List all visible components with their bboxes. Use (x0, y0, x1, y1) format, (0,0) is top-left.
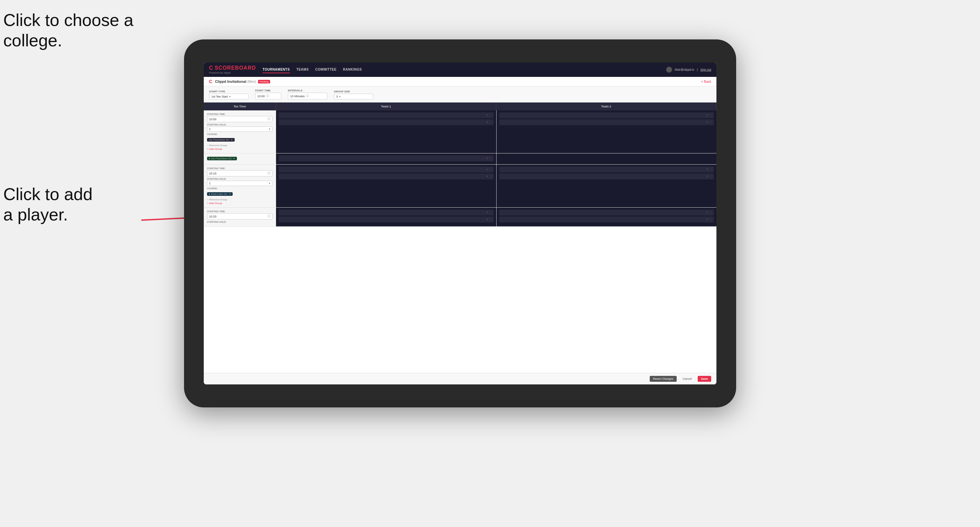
save-button[interactable]: Save (698, 376, 711, 382)
minus-icon: ○ (207, 144, 209, 147)
th-team1: Team 1 (276, 103, 496, 110)
nav-tabs: TOURNAMENTS TEAMS COMMITTEE RANKINGS (262, 67, 362, 73)
course-label-2: COURSE: (207, 187, 272, 190)
team1-column-1: ✕ ⋮ ✕ ⋮ (276, 110, 496, 153)
player-slot[interactable]: ✕ ⋮ (499, 173, 714, 179)
starting-time-label-1: STARTING TIME: (207, 113, 272, 115)
avatar (666, 67, 672, 73)
chevron-down-icon-2: ▾ (339, 95, 341, 98)
group-3-controls: STARTING TIME: 10:20 ⓘ STARTING HOLE: (204, 208, 276, 226)
close-icon-2[interactable]: ✕ (229, 192, 231, 195)
table-row: ● (A) Peachtree GC ✕ ✕ (204, 154, 716, 165)
player-slot[interactable]: ✕ ⋮ (279, 173, 494, 179)
header-right: blair@clippd.io | Sign out (666, 67, 711, 73)
start-type-label: Start Type (209, 90, 248, 93)
teams-area-2: ✕ ⋮ ✕ ⋮ (276, 165, 716, 207)
tab-committee[interactable]: COMMITTEE (315, 67, 337, 73)
start-type-select[interactable]: 1st Tee Start ▾ (209, 94, 248, 100)
player-slot[interactable]: ✕ ⋮ (499, 113, 714, 118)
x-icon: ✕ (486, 218, 489, 221)
table-header: Tee Time Team 1 Team 2 (204, 103, 716, 110)
intervals-group: Intervals 10 Minutes ⓘ (288, 89, 327, 100)
starting-hole-label-1: STARTING HOLE: (207, 124, 272, 126)
chevron-icon-2: ▾ (269, 182, 270, 185)
course-tag-1[interactable]: (A) Peachtree GC ✕ (207, 138, 235, 141)
player-slot[interactable]: ✕ ⋮ (279, 113, 494, 118)
expand-icon: ⋮ (710, 121, 713, 124)
starting-hole-label-2: STARTING HOLE: (207, 178, 272, 180)
starting-time-label-3: STARTING TIME: (207, 210, 272, 213)
player-slot[interactable]: ✕ ⋮ (499, 167, 714, 173)
starting-time-input-3[interactable]: 10:20 ⓘ (207, 213, 272, 219)
starting-time-input-2[interactable]: 10:10 ⓘ (207, 170, 272, 176)
info-icon-3: ⓘ (267, 117, 270, 121)
starting-hole-input-2[interactable]: 1 ▾ (207, 181, 272, 186)
player-slot[interactable]: ✕ ⋮ (499, 216, 714, 222)
starting-time-input-1[interactable]: 10:00 ⓘ (207, 116, 272, 122)
expand-icon: ⋮ (710, 218, 713, 221)
course-tag-2[interactable]: ● East Lake GC ✕ (207, 192, 233, 196)
player-slot[interactable]: ✕ ⋮ (279, 216, 494, 222)
x-icon: ✕ (486, 114, 489, 117)
start-time-label: Start Time (255, 89, 281, 92)
player-slot[interactable]: ✕ ⋮ (499, 210, 714, 216)
group-1b-controls: ● (A) Peachtree GC ✕ (204, 154, 276, 164)
close-icon[interactable]: ✕ (233, 157, 235, 160)
add-group-button-2[interactable]: + Add Group (207, 202, 272, 205)
remove-group-button-1[interactable]: ○ Remove Group (207, 144, 272, 147)
minus-icon-2: ○ (207, 198, 209, 201)
starting-hole-input-1[interactable]: 1 ▾ (207, 127, 272, 132)
x-icon: ✕ (486, 121, 489, 124)
pipe: | (697, 68, 698, 71)
tab-teams[interactable]: TEAMS (296, 67, 309, 73)
player-slot[interactable]: ✕ ⋮ (279, 119, 494, 125)
sign-out-link[interactable]: Sign out (700, 68, 711, 71)
group-size-label: Group Size (334, 90, 373, 93)
group-2-controls: STARTING TIME: 10:10 ⓘ STARTING HOLE: 1 … (204, 165, 276, 207)
team2-column-2: ✕ ⋮ ✕ ⋮ (496, 165, 717, 207)
x-icon: ✕ (706, 175, 709, 178)
reset-button[interactable]: Reset Changes (650, 376, 677, 382)
th-tee-time: Tee Time (204, 103, 276, 110)
close-icon[interactable]: ✕ (231, 138, 233, 141)
user-email: blair@clippd.io (675, 68, 694, 71)
info-icon-2: ⓘ (306, 94, 309, 98)
info-icon: ⓘ (266, 94, 269, 98)
chevron-down-icon: ▾ (229, 95, 231, 98)
teams-area-1b: ✕ ⋮ (276, 154, 716, 164)
expand-icon: ⋮ (489, 157, 492, 160)
gender: (Men) (247, 80, 256, 83)
tab-rankings[interactable]: RANKINGS (343, 67, 362, 73)
annotation-choose-college: Click to choose acollege. (3, 10, 134, 51)
x-icon: ✕ (706, 121, 709, 124)
starting-hole-label-3: STARTING HOLE: (207, 221, 272, 223)
expand-icon: ⋮ (710, 168, 713, 171)
x-icon: ✕ (486, 157, 489, 160)
info-icon-4: ⓘ (267, 171, 270, 175)
teams-area-3: ✕ ⋮ ✕ ⋮ (276, 208, 716, 226)
clippd-logo: C (209, 79, 212, 84)
add-group-button-1[interactable]: + Add Group (207, 148, 272, 151)
cancel-button[interactable]: Cancel (679, 376, 695, 382)
course-tag-1b[interactable]: ● (A) Peachtree GC ✕ (207, 157, 237, 160)
rows-container: STARTING TIME: 10:00 ⓘ STARTING HOLE: 1 … (204, 110, 716, 373)
x-icon: ✕ (486, 175, 489, 178)
remove-group-button-2[interactable]: ○ Remove Group (207, 198, 272, 201)
tournament-name: Clippd Invitational (215, 79, 246, 83)
player-slot[interactable]: ✕ ⋮ (279, 167, 494, 173)
player-slot[interactable]: ✕ ⋮ (499, 119, 714, 125)
table-row: STARTING TIME: 10:20 ⓘ STARTING HOLE: (204, 208, 716, 227)
group-size-group: Group Size 3 ▾ (334, 90, 373, 100)
form-row: Start Type 1st Tee Start ▾ Start Time 10… (204, 86, 716, 103)
expand-icon: ⋮ (710, 114, 713, 117)
intervals-select[interactable]: 10 Minutes ⓘ (288, 93, 327, 100)
tab-tournaments[interactable]: TOURNAMENTS (262, 67, 290, 73)
start-time-input[interactable]: 10:00 ⓘ (255, 93, 281, 100)
group-size-select[interactable]: 3 ▾ (334, 94, 373, 100)
tablet-frame: C SCOREBOARD Powered by clippd TOURNAMEN… (184, 40, 736, 407)
player-slot[interactable]: ✕ ⋮ (279, 156, 494, 161)
back-button[interactable]: < Back (701, 80, 711, 83)
plus-icon-2: + (207, 202, 209, 205)
expand-icon: ⋮ (489, 218, 492, 221)
player-slot[interactable]: ✕ ⋮ (279, 210, 494, 216)
